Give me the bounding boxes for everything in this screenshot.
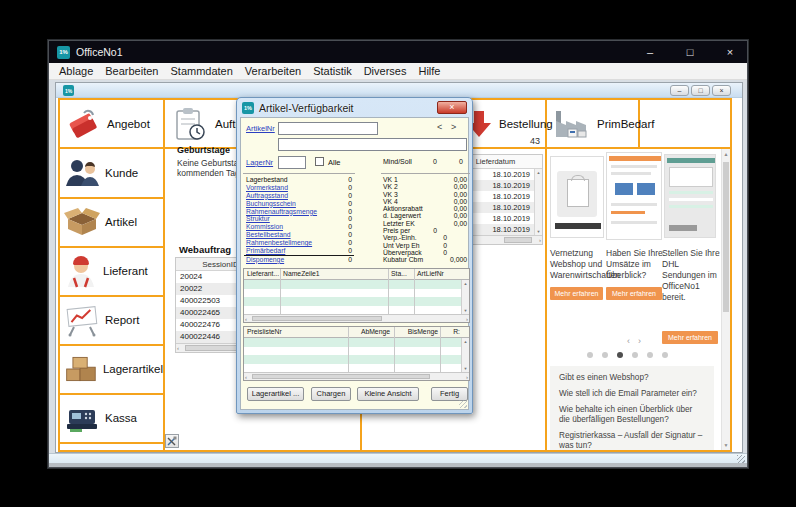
lagernr-input[interactable] <box>278 156 306 169</box>
faq-item[interactable]: Wie behalte ich einen Überblick über die… <box>559 405 705 425</box>
vertical-scrollbar[interactable]: ▲▼ <box>461 338 469 372</box>
dialog-close-button[interactable]: × <box>437 101 467 114</box>
scroll-down-icon[interactable]: ▼ <box>722 442 730 448</box>
resize-grip[interactable] <box>737 455 745 463</box>
menu-stammdaten[interactable]: Stammdaten <box>164 65 238 77</box>
stat-link[interactable]: Rahmenbestellmenge <box>246 239 312 246</box>
carousel-next-icon[interactable]: › <box>638 336 649 346</box>
desktop-background: { "colors": {"accent_orange":"#F5A31C","… <box>0 0 796 507</box>
column-header[interactable]: R: <box>453 328 460 335</box>
sidebar-item-kunde[interactable]: Kunde <box>64 149 163 196</box>
artikel-description-input[interactable] <box>278 138 467 151</box>
stat-link[interactable]: Bestellbestand <box>246 231 291 238</box>
sidebar-item-angebot[interactable]: Angebot <box>64 100 163 147</box>
menu-statistik[interactable]: Statistik <box>307 65 358 77</box>
table-row[interactable] <box>244 364 469 373</box>
sidebar-item-lieferant[interactable]: Lieferant <box>64 247 163 294</box>
faq-item[interactable]: Registrierkassa – Ausfall der Signatur –… <box>559 431 705 451</box>
sidebar-item-artikel[interactable]: Artikel <box>64 198 163 245</box>
alle-checkbox[interactable] <box>315 157 324 166</box>
chart-board-icon <box>64 303 100 337</box>
prev-record-button[interactable]: < <box>437 122 442 132</box>
menu-ablage[interactable]: Ablage <box>53 65 99 77</box>
mdi-close-button[interactable]: × <box>712 85 731 96</box>
mdi-restore-button[interactable]: □ <box>691 85 710 96</box>
stat-link[interactable]: Auftragsstand <box>246 192 288 199</box>
table-row[interactable] <box>244 297 469 306</box>
sidebar-item-label: Angebot <box>107 118 150 130</box>
column-header[interactable]: ArtLiefNr <box>417 270 444 277</box>
carousel-pager[interactable]: ‹› <box>616 336 660 346</box>
scroll-up-icon[interactable]: ▲ <box>722 151 730 157</box>
column-header[interactable]: AbMenge <box>361 328 390 335</box>
stat-link[interactable]: Primärbedarf <box>246 247 285 254</box>
dialog-resize-grip[interactable] <box>459 400 467 408</box>
layout-tools-icon[interactable] <box>165 434 179 448</box>
pricelist-table: PreislisteNr AbMenge BisMenge R: ▲▼ ‹› <box>243 326 470 381</box>
promo-card-text: Stellen Sie Ihre DHL Sendungen im Office… <box>662 248 720 303</box>
stock-stats-list: Lagerbestand0 Vormerkstand0 Auftragsstan… <box>244 176 354 263</box>
carousel-prev-icon[interactable]: ‹ <box>627 336 638 346</box>
table-row[interactable] <box>244 338 469 347</box>
vertical-scrollbar[interactable]: ▲▼ <box>461 280 469 314</box>
column-header[interactable]: Sta... <box>391 270 407 277</box>
column-header[interactable]: NameZeile1 <box>283 270 320 277</box>
promo-card-text: Haben Sie Ihre Umsätze im Überblick? <box>606 248 664 281</box>
column-header[interactable]: BisMenge <box>408 328 438 335</box>
carousel-dot[interactable] <box>647 352 653 358</box>
carousel-dot[interactable] <box>602 352 608 358</box>
carousel-dot-active[interactable] <box>617 352 623 358</box>
sidebar-item-kassa[interactable]: Kassa <box>64 394 163 441</box>
faq-item[interactable]: Wie stell ich die Email Parameter ein? <box>559 389 705 399</box>
lagerartikel-button[interactable]: Lagerartikel ... <box>247 387 304 401</box>
lagernr-link[interactable]: LagerNr <box>246 158 273 167</box>
carousel-dot[interactable] <box>632 352 638 358</box>
maximize-button[interactable]: □ <box>683 46 697 58</box>
promo-thumbnail[interactable] <box>664 154 716 238</box>
minimize-button[interactable]: – <box>643 46 657 58</box>
toolbar-item-primbedarf[interactable]: PrimBedarf <box>552 102 655 146</box>
table-row[interactable] <box>244 306 469 315</box>
app-logo-icon: 1% <box>57 46 70 59</box>
stat-link[interactable]: Vormerkstand <box>246 184 288 191</box>
column-header[interactable]: Lieferant... <box>247 270 279 277</box>
vertical-scrollbar[interactable]: ▲▼ <box>534 169 542 235</box>
faq-item[interactable]: Gibt es einen Webshop? <box>559 373 705 383</box>
fertig-button[interactable]: Fertig <box>431 387 468 401</box>
promo-thumbnail[interactable] <box>606 152 662 240</box>
window-titlebar: 1% OfficeNo1 – □ × <box>49 41 747 63</box>
chargen-button[interactable]: Chargen <box>311 387 351 401</box>
menu-hilfe[interactable]: Hilfe <box>412 65 446 77</box>
table-row[interactable] <box>244 355 469 364</box>
horizontal-scrollbar[interactable]: ‹› <box>244 372 469 380</box>
horizontal-scrollbar[interactable]: ‹› <box>244 314 469 322</box>
menu-verarbeiten[interactable]: Verarbeiten <box>239 65 307 77</box>
sidebar-item-lagerartikel[interactable]: Lagerartikel <box>64 345 163 392</box>
menu-diverses[interactable]: Diverses <box>358 65 413 77</box>
next-record-button[interactable]: > <box>451 122 456 132</box>
stat-link[interactable]: Dispomenge <box>246 256 284 263</box>
close-button[interactable]: × <box>723 46 737 58</box>
column-header[interactable]: PreislisteNr <box>247 328 282 335</box>
promo-thumbnail[interactable] <box>550 156 604 238</box>
mehr-erfahren-button[interactable]: Mehr erfahren <box>606 287 662 300</box>
artikelnr-input[interactable] <box>278 122 378 135</box>
stat-link[interactable]: Rahmenauftragsmenge <box>246 208 317 215</box>
table-row[interactable] <box>244 280 469 289</box>
stat-link[interactable]: Buchungsschein <box>246 200 296 207</box>
table-row[interactable] <box>244 289 469 298</box>
stat-link[interactable]: Struktur <box>246 215 270 222</box>
carousel-dot[interactable] <box>662 352 668 358</box>
kleine-ansicht-button[interactable]: Kleine Ansicht <box>357 387 419 401</box>
mdi-minimize-button[interactable]: – <box>670 85 689 96</box>
stat-row: Primärbedarf0 <box>244 247 354 255</box>
mehr-erfahren-button[interactable]: Mehr erfahren <box>662 331 718 344</box>
sidebar-item-report[interactable]: Report <box>64 296 163 343</box>
menu-bearbeiten[interactable]: Bearbeiten <box>99 65 164 77</box>
mehr-erfahren-button[interactable]: Mehr erfahren <box>550 287 603 300</box>
carousel-dot[interactable] <box>587 352 593 358</box>
stat-link[interactable]: Kommission <box>246 223 283 230</box>
panel-scrollbar[interactable]: ▲ ▼ <box>721 149 730 450</box>
table-row[interactable] <box>244 347 469 356</box>
artikelnr-link[interactable]: ArtikelNr <box>246 124 275 133</box>
